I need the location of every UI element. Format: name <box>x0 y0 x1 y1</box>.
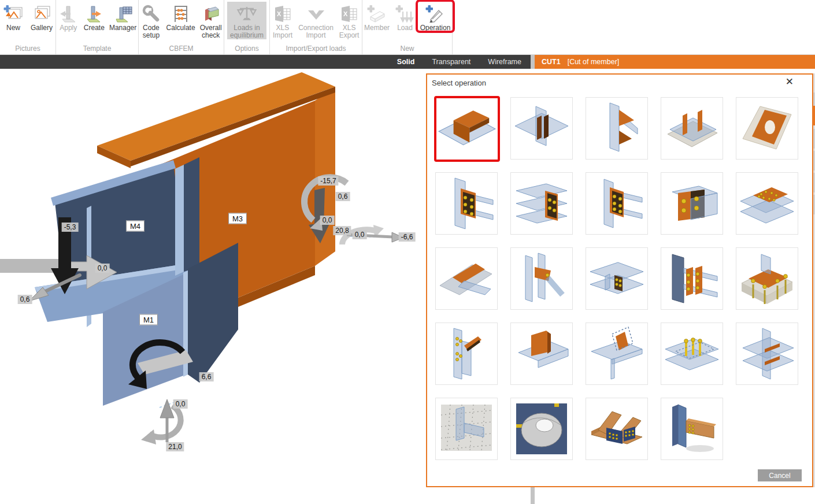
operation-thumb-end-plate-column[interactable] <box>435 172 498 235</box>
operation-thumb-cleat-bolted[interactable] <box>661 247 723 310</box>
manager-button[interactable]: Manager <box>108 2 138 32</box>
template-create-icon <box>84 3 105 24</box>
operation-thumb-splice-plate-bolted[interactable] <box>736 172 798 235</box>
gallery-button[interactable]: Gallery <box>28 2 55 32</box>
overall-check-icon <box>201 3 221 24</box>
operation-grid <box>435 97 803 473</box>
operation-thumb-timber-gusset[interactable] <box>586 398 648 460</box>
operation-thumb-gusset-plate-cut[interactable] <box>510 323 573 385</box>
operation-thumb-widener[interactable] <box>586 97 648 160</box>
ribbon-group-import-export-loads: XXLS ImportConnection ImportXXLS ExportI… <box>270 0 362 54</box>
button-label: Connection Import <box>298 24 334 39</box>
calculate-icon <box>171 3 191 24</box>
calculate-button[interactable]: Calculate <box>165 2 197 32</box>
operation-thumb-welded-cross[interactable] <box>736 323 798 385</box>
ribbon-group-label: Pictures <box>0 45 55 53</box>
operation-thumb-anchoring-diagonal[interactable] <box>435 323 498 385</box>
create-button[interactable]: Create <box>82 2 107 32</box>
operation-thumb-base-plate[interactable] <box>736 247 798 310</box>
loads-in-equilibrium-button: Loads in equilibrium <box>227 2 266 39</box>
button-label: Code setup <box>143 24 160 39</box>
operation-thumb-end-plate-both-sides[interactable] <box>586 172 648 235</box>
close-icon[interactable]: ✕ <box>786 77 794 87</box>
operation-thumb-end-plate-beam[interactable] <box>510 172 573 235</box>
pane-splitter-bottom[interactable] <box>531 487 535 504</box>
ribbon-group-options: Loads in equilibriumOptions <box>224 0 270 54</box>
button-label: Loads in equilibrium <box>230 24 264 39</box>
template-manager-icon <box>113 3 134 24</box>
tab-cut1[interactable]: CUT1 [Cut of member] <box>535 55 815 69</box>
new-load-icon <box>395 3 416 24</box>
operation-thumb-cut-of-member[interactable] <box>434 96 500 162</box>
pane-splitter-top[interactable] <box>531 55 535 69</box>
model-viewport[interactable]: -15,70,60,020,80,0-6,6-5,30,00,66,60,021… <box>0 69 426 504</box>
view-bar: SolidTransparentWireframe CUT1 [Cut of m… <box>0 55 815 69</box>
svg-text:X: X <box>343 10 348 17</box>
ribbon-group-cbfem: Code setupCalculateOverall checkCBFEM <box>139 0 224 54</box>
picture-new-icon <box>3 3 24 24</box>
load-value-label: 0,0 <box>320 216 335 225</box>
load-value-label: 20,8 <box>333 226 351 235</box>
xls-import-button: XXLS Import <box>270 2 295 39</box>
ribbon-group-label: Import/Export loads <box>270 45 362 53</box>
xls-import-icon: X <box>272 3 293 24</box>
member-label-m3: M3 <box>228 213 247 224</box>
tab-cut1-name: CUT1 <box>542 58 561 66</box>
view-mode-transparent[interactable]: Transparent <box>432 58 471 66</box>
load-value-label: 0,6 <box>18 295 32 304</box>
load-value-label: 0,6 <box>336 192 350 201</box>
svg-text:X: X <box>277 10 281 17</box>
view-mode-solid[interactable]: Solid <box>397 58 415 66</box>
member-button: Member <box>362 2 391 32</box>
select-operation-dialog: Select operation ✕ Cancel <box>426 73 813 487</box>
member-label-m4: M4 <box>126 221 145 232</box>
code-setup-icon <box>140 3 161 24</box>
operation-thumb-end-plate-front[interactable] <box>661 172 723 235</box>
apply-button: Apply <box>56 2 81 32</box>
dialog-title: Select operation <box>432 79 486 87</box>
operation-thumb-through-bolts[interactable] <box>661 323 723 385</box>
button-label: Operation <box>420 24 451 32</box>
template-apply-icon <box>58 3 79 24</box>
operation-thumb-negative-volume[interactable] <box>510 398 573 460</box>
view-mode-wireframe[interactable]: Wireframe <box>488 58 521 66</box>
operation-thumb-workplane[interactable] <box>435 398 498 460</box>
button-label: Gallery <box>31 24 53 32</box>
button-label: Create <box>84 24 105 32</box>
view-mode-bar: SolidTransparentWireframe <box>0 55 531 69</box>
xls-export-icon: X <box>339 3 360 24</box>
operation-thumb-stiffeners[interactable] <box>661 97 723 160</box>
operation-button[interactable]: Operation <box>418 2 452 32</box>
load-button: Load <box>392 2 417 32</box>
operation-thumb-rib-plate[interactable] <box>586 323 648 385</box>
ribbon: NewGalleryPicturesApplyCreateManagerTemp… <box>0 0 815 55</box>
new-operation-icon <box>425 3 446 24</box>
ribbon-group-label: Options <box>224 45 269 53</box>
button-label: Manager <box>109 24 136 32</box>
operation-thumb-timber-to-steel[interactable] <box>661 398 723 460</box>
load-value-label: 0,0 <box>95 264 110 273</box>
ribbon-group-pictures: NewGalleryPictures <box>0 0 56 54</box>
connection-import-button: Connection Import <box>297 2 335 39</box>
button-label: Calculate <box>166 24 195 32</box>
overall-check-button[interactable]: Overall check <box>198 2 224 39</box>
operation-thumb-stiffening-plate[interactable] <box>510 97 573 160</box>
load-value-label: 0,0 <box>353 230 367 239</box>
operation-thumb-fin-plate-tube[interactable] <box>510 247 573 310</box>
ribbon-group-label: Template <box>56 45 138 53</box>
new-button[interactable]: New <box>0 2 27 32</box>
operation-thumb-opening[interactable] <box>736 97 798 160</box>
operation-thumb-fin-plate-beam[interactable] <box>586 247 648 310</box>
code-setup-button[interactable]: Code setup <box>139 2 164 39</box>
ribbon-group-new: MemberLoadOperationNew <box>362 0 453 54</box>
load-value-label: -15,7 <box>318 176 338 186</box>
load-value-label: -5,3 <box>62 223 79 232</box>
connection-import-icon <box>306 3 327 24</box>
button-label: XLS Import <box>273 24 292 39</box>
cancel-button[interactable]: Cancel <box>758 469 802 481</box>
picture-gallery-icon <box>31 3 52 24</box>
ribbon-group-template: ApplyCreateManagerTemplate <box>56 0 139 54</box>
button-label: XLS Export <box>339 24 360 39</box>
new-member-icon <box>366 3 387 24</box>
operation-thumb-gusset-plate-diagonal[interactable] <box>435 247 498 310</box>
